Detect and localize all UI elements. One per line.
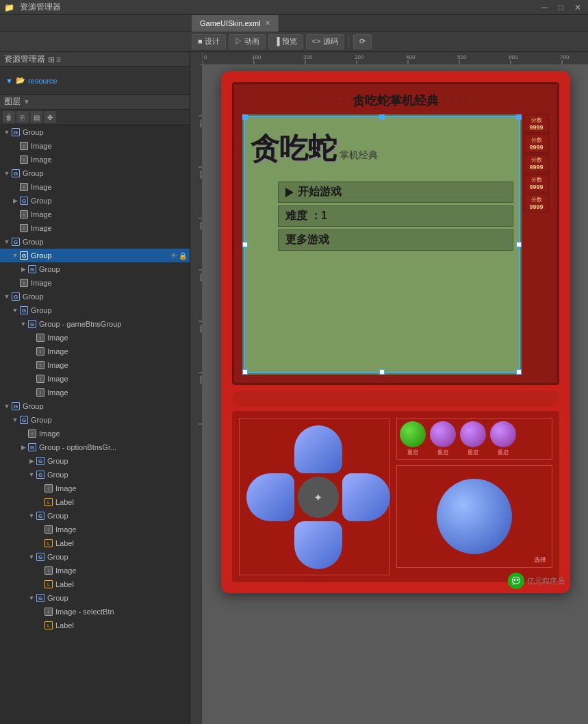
- tree-item[interactable]: I Image: [0, 139, 190, 153]
- svg-text:0: 0: [204, 54, 207, 60]
- folder-icon: 📂: [16, 76, 25, 85]
- tree-label: Group: [31, 306, 52, 314]
- tree-item[interactable]: ▼ G Group: [0, 468, 190, 482]
- layer-list-btn[interactable]: ▤: [30, 111, 42, 123]
- tree-item[interactable]: ▼ G Group: [0, 290, 190, 303]
- tree-item[interactable]: ▼ G Group: [0, 550, 190, 564]
- dpad-up[interactable]: [294, 425, 342, 473]
- res-btn2[interactable]: ≡: [56, 55, 61, 64]
- main-layout: 资源管理器 ⊞ ≡ ▼ 📂 resource 图层 ▼ 🗑 ⎘ ▤ ✤: [0, 52, 588, 724]
- label-node-icon: L: [44, 621, 53, 630]
- tree-label: Group: [23, 402, 44, 410]
- layer-title: 图层: [4, 96, 21, 108]
- image-node-icon: I: [44, 566, 53, 575]
- tree-item[interactable]: ▶ G Group: [0, 194, 190, 208]
- window-close[interactable]: ✕: [572, 3, 584, 12]
- tree-item[interactable]: I Image: [0, 331, 190, 345]
- tree-item[interactable]: ▶ G Group - optionBtnsGr...: [0, 440, 190, 454]
- score-box-3: 分数 9999: [524, 154, 549, 173]
- handle-bc[interactable]: [379, 369, 385, 375]
- tree-item[interactable]: L Label: [0, 536, 190, 550]
- tree-item[interactable]: I Image: [0, 386, 190, 399]
- tree-item[interactable]: I Image - selectBtn: [0, 605, 190, 619]
- tree-label: Image: [39, 429, 60, 438]
- folder-arrow: ▼: [5, 77, 13, 85]
- tree-item[interactable]: I Image: [0, 372, 190, 386]
- green-btn[interactable]: [400, 421, 426, 447]
- tree-item[interactable]: I Image: [0, 153, 190, 166]
- tree-item[interactable]: L Label: [0, 495, 190, 509]
- tree-item[interactable]: I Image: [0, 221, 190, 235]
- tree-item[interactable]: I Image: [0, 482, 190, 495]
- dpad-down[interactable]: [294, 521, 342, 569]
- group-node-icon: G: [36, 456, 45, 466]
- handle-bl[interactable]: [242, 369, 248, 375]
- tree-item[interactable]: ▼ G Group - gameBtnsGroup: [0, 317, 190, 331]
- ruler-left: 100 200 300 400 500 600: [190, 64, 203, 724]
- big-btn[interactable]: [437, 479, 512, 554]
- tree-item[interactable]: ▼ G Group: [0, 303, 190, 317]
- lock-icon[interactable]: 🔒: [179, 252, 187, 260]
- tab-gameui[interactable]: GameUISkin.exml ✕: [192, 15, 279, 32]
- tree-item[interactable]: ▶ G Group: [0, 454, 190, 468]
- layer-delete-btn[interactable]: 🗑: [3, 111, 15, 123]
- tab-close-btn[interactable]: ✕: [265, 19, 270, 27]
- tree-item[interactable]: ▼ G Group: [0, 166, 190, 180]
- menu-item-more[interactable]: 更多游戏: [278, 229, 513, 251]
- handle-br[interactable]: [516, 369, 522, 375]
- group-node-icon: G: [11, 127, 21, 137]
- tree-item[interactable]: I Image: [0, 523, 190, 536]
- tree-arrow: ▼: [11, 252, 19, 259]
- svg-text:600: 600: [509, 54, 518, 60]
- tree-arrow: ▼: [3, 170, 11, 177]
- menu-item-start[interactable]: 开始游戏: [278, 182, 513, 203]
- dpad-right[interactable]: [342, 473, 390, 521]
- dpad-left[interactable]: [246, 473, 294, 521]
- layer-plus-btn[interactable]: ✤: [44, 111, 56, 123]
- layer-copy-btn[interactable]: ⎘: [16, 111, 29, 123]
- tree-item[interactable]: I Image: [0, 180, 190, 194]
- tree-item[interactable]: I Image: [0, 564, 190, 577]
- tree-item-selected[interactable]: ▼ G Group 👁 🔒: [0, 249, 190, 262]
- window-maximize[interactable]: □: [556, 3, 566, 12]
- dpad-center[interactable]: ✦: [298, 477, 339, 518]
- tree-item[interactable]: L Label: [0, 619, 190, 632]
- tree-item[interactable]: I Image: [0, 276, 190, 290]
- tree-item[interactable]: ▼ G Group: [0, 125, 190, 139]
- menu-item-difficulty[interactable]: 难度 ：1: [278, 205, 513, 227]
- group-node-icon: G: [19, 305, 29, 315]
- refresh-btn[interactable]: ⟳: [353, 34, 372, 49]
- res-btn1[interactable]: ⊞: [48, 55, 55, 64]
- buttons-section: 重启 重启 重启: [396, 418, 552, 568]
- tree-label: Image: [47, 375, 68, 383]
- tree-item[interactable]: ▶ G Group: [0, 262, 190, 276]
- purple3-btn[interactable]: [490, 421, 516, 447]
- game-device: · · · · · 贪吃蛇掌机经典 · · · · ·: [221, 71, 570, 593]
- tree-label: Label: [55, 580, 74, 588]
- tree-item[interactable]: L Label: [0, 577, 190, 591]
- purple1-btn[interactable]: [430, 421, 456, 447]
- folder-label: resource: [28, 77, 57, 85]
- tree-item[interactable]: ▼ G Group: [0, 413, 190, 427]
- tree-label: Image: [31, 142, 52, 150]
- tree-label: Group: [23, 292, 44, 301]
- tree-item[interactable]: I Image: [0, 208, 190, 221]
- design-btn[interactable]: ■ 设计: [192, 34, 226, 49]
- source-btn[interactable]: <> 源码: [306, 34, 344, 49]
- resource-folder[interactable]: ▼ 📂 resource: [5, 76, 57, 85]
- purple2-btn[interactable]: [460, 421, 486, 447]
- tree-item[interactable]: ▼ G Group: [0, 235, 190, 249]
- tree-item[interactable]: I Image: [0, 427, 190, 440]
- image-node-icon: I: [19, 223, 29, 233]
- tree-item[interactable]: ▼ G Group: [0, 591, 190, 605]
- animate-btn[interactable]: ▷ 动画: [229, 34, 266, 49]
- window-minimize[interactable]: ─: [539, 3, 550, 12]
- tree-item[interactable]: I Image: [0, 358, 190, 372]
- tree-label: Group: [23, 238, 44, 246]
- tree-item[interactable]: ▼ G Group: [0, 509, 190, 523]
- preview-btn[interactable]: ▐ 预览: [268, 34, 303, 49]
- tree-item[interactable]: I Image: [0, 345, 190, 358]
- tree-item[interactable]: ▼ G Group: [0, 399, 190, 413]
- svg-text:500: 500: [457, 54, 467, 60]
- visibility-icon[interactable]: 👁: [170, 252, 177, 260]
